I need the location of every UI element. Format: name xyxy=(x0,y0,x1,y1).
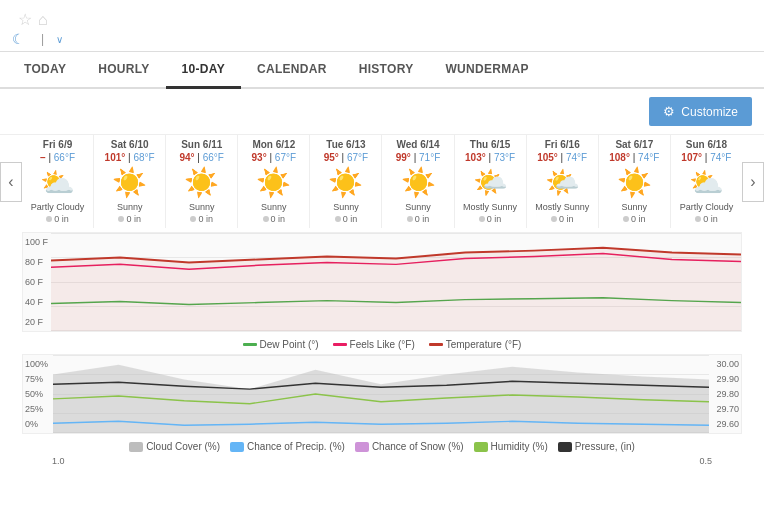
precip-chart: 100% 75% 50% 25% 0% 30.00 29.90 29.80 29… xyxy=(22,354,742,434)
day-column-8[interactable]: Sat 6/17 108° | 74°F ☀️ Sunny 0 in xyxy=(599,135,671,228)
weather-icon: ☀️ xyxy=(240,166,307,199)
day-header: Fri 6/9 xyxy=(24,139,91,150)
legend-color xyxy=(333,343,347,346)
day-header: Wed 6/14 xyxy=(384,139,451,150)
day-description: Mostly Sunny xyxy=(529,202,596,212)
day-description: Partly Cloudy xyxy=(24,202,91,212)
precip-chart-area xyxy=(53,355,709,433)
legend-color xyxy=(474,442,488,452)
day-column-9[interactable]: Sun 6/18 107° | 74°F ⛅ Partly Cloudy 0 i… xyxy=(671,135,742,228)
pipe-divider: | xyxy=(41,32,44,46)
customize-label: Customize xyxy=(681,105,738,119)
day-column-4[interactable]: Tue 6/13 95° | 67°F ☀️ Sunny 0 in xyxy=(310,135,382,228)
day-temps: 101° | 68°F xyxy=(96,152,163,163)
tab-today[interactable]: TODAY xyxy=(8,52,82,89)
day-precipitation: 0 in xyxy=(24,214,91,224)
day-description: Mostly Sunny xyxy=(457,202,524,212)
tab-history[interactable]: HISTORY xyxy=(343,52,430,89)
weather-icon: ⛅ xyxy=(673,166,740,199)
day-temps: 108° | 74°F xyxy=(601,152,668,163)
day-temps: 94° | 66°F xyxy=(168,152,235,163)
legend-color xyxy=(243,343,257,346)
temp-chart-area xyxy=(51,233,741,331)
day-description: Sunny xyxy=(601,202,668,212)
day-precipitation: 0 in xyxy=(96,214,163,224)
prev-button[interactable]: ‹ xyxy=(0,162,22,202)
day-column-2[interactable]: Sun 6/11 94° | 66°F ☀️ Sunny 0 in xyxy=(166,135,238,228)
day-column-3[interactable]: Mon 6/12 93° | 67°F ☀️ Sunny 0 in xyxy=(238,135,310,228)
day-precipitation: 0 in xyxy=(457,214,524,224)
day-temps: 107° | 74°F xyxy=(673,152,740,163)
day-description: Sunny xyxy=(96,202,163,212)
day-column-1[interactable]: Sat 6/10 101° | 68°F ☀️ Sunny 0 in xyxy=(94,135,166,228)
day-precipitation: 0 in xyxy=(673,214,740,224)
day-description: Sunny xyxy=(240,202,307,212)
weather-icon: ☀️ xyxy=(312,166,379,199)
day-header: Mon 6/12 xyxy=(240,139,307,150)
precip-dot xyxy=(551,216,557,222)
temperature-chart: 100 F 80 F 60 F 40 F 20 F xyxy=(22,232,742,332)
customize-button[interactable]: ⚙ Customize xyxy=(649,97,752,126)
tab-hourly[interactable]: HOURLY xyxy=(82,52,165,89)
star-icon[interactable]: ☆ xyxy=(18,10,32,29)
temp-y-axis: 100 F 80 F 60 F 40 F 20 F xyxy=(23,233,51,331)
chart-section: 100 F 80 F 60 F 40 F 20 F xyxy=(0,228,764,472)
day-column-0[interactable]: Fri 6/9 – | 66°F ⛅ Partly Cloudy 0 in xyxy=(22,135,94,228)
day-header: Thu 6/15 xyxy=(457,139,524,150)
next-button[interactable]: › xyxy=(742,162,764,202)
day-column-7[interactable]: Fri 6/16 105° | 74°F 🌤️ Mostly Sunny 0 i… xyxy=(527,135,599,228)
day-precipitation: 0 in xyxy=(384,214,451,224)
precip-y-axis-right: 30.00 29.90 29.80 29.70 29.60 xyxy=(709,355,741,433)
precip-legend-item: Pressure, (in) xyxy=(558,441,635,452)
precip-dot xyxy=(407,216,413,222)
toolbar: ⚙ Customize xyxy=(0,89,764,134)
navigation-tabs: TODAY HOURLY 10-DAY CALENDAR HISTORY WUN… xyxy=(0,52,764,89)
precip-dot xyxy=(695,216,701,222)
precip-dot xyxy=(335,216,341,222)
gear-icon: ⚙ xyxy=(663,104,675,119)
day-column-5[interactable]: Wed 6/14 99° | 71°F ☀️ Sunny 0 in xyxy=(382,135,454,228)
bottom-axis: 1.0 0.5 xyxy=(22,454,742,468)
legend-item: Temperature (°F) xyxy=(429,339,522,350)
svg-marker-0 xyxy=(51,248,741,331)
day-precipitation: 0 in xyxy=(529,214,596,224)
day-precipitation: 0 in xyxy=(601,214,668,224)
day-temps: 105° | 74°F xyxy=(529,152,596,163)
legend-color xyxy=(429,343,443,346)
precip-dot xyxy=(190,216,196,222)
legend-item: Feels Like (°F) xyxy=(333,339,415,350)
day-temps: 93° | 67°F xyxy=(240,152,307,163)
precip-legend-item: Cloud Cover (%) xyxy=(129,441,220,452)
day-temps: 95° | 67°F xyxy=(312,152,379,163)
day-column-6[interactable]: Thu 6/15 103° | 73°F 🌤️ Mostly Sunny 0 i… xyxy=(455,135,527,228)
tab-10day[interactable]: 10-DAY xyxy=(166,52,241,89)
home-icon[interactable]: ⌂ xyxy=(38,11,48,29)
precip-legend: Cloud Cover (%)Chance of Precip. (%)Chan… xyxy=(22,438,742,454)
chevron-down-icon: ∨ xyxy=(56,34,63,45)
day-description: Partly Cloudy xyxy=(673,202,740,212)
day-precipitation: 0 in xyxy=(312,214,379,224)
tab-wundermap[interactable]: WUNDERMAP xyxy=(429,52,544,89)
day-header: Fri 6/16 xyxy=(529,139,596,150)
legend-color xyxy=(129,442,143,452)
weather-icon: ☀️ xyxy=(384,166,451,199)
weather-icon: ☀️ xyxy=(168,166,235,199)
day-header: Sat 6/10 xyxy=(96,139,163,150)
day-precipitation: 0 in xyxy=(168,214,235,224)
day-description: Sunny xyxy=(384,202,451,212)
day-header: Sat 6/17 xyxy=(601,139,668,150)
weather-icon: 🌤️ xyxy=(529,166,596,199)
day-header: Sun 6/18 xyxy=(673,139,740,150)
precip-dot xyxy=(263,216,269,222)
precip-dot xyxy=(623,216,629,222)
moon-icon: ☾ xyxy=(12,31,25,47)
day-temps: 99° | 71°F xyxy=(384,152,451,163)
day-description: Sunny xyxy=(312,202,379,212)
legend-item: Dew Point (°) xyxy=(243,339,319,350)
weather-icon: ☀️ xyxy=(96,166,163,199)
tab-calendar[interactable]: CALENDAR xyxy=(241,52,343,89)
day-description: Sunny xyxy=(168,202,235,212)
weather-icon: ⛅ xyxy=(24,166,91,199)
weather-icon: ☀️ xyxy=(601,166,668,199)
day-temps: – | 66°F xyxy=(24,152,91,163)
